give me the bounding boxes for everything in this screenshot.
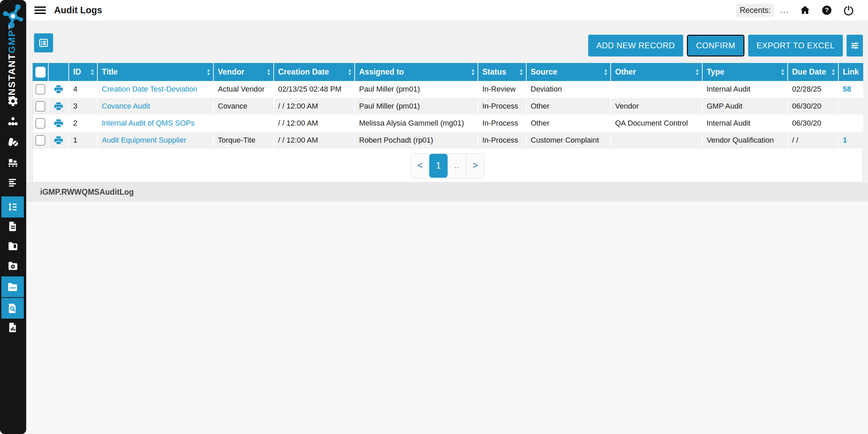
sidebar-item-lines[interactable] [2,172,24,193]
more-pages[interactable]: .. [448,154,466,178]
cell-creation-date: / / 12:00 AM [274,115,355,132]
sidebar-item-audit-logs[interactable] [1,196,24,218]
recents-more[interactable]: ... [780,5,789,15]
table-row: 3Covance AuditCovance/ / 12:00 AMPaul Mi… [33,98,863,115]
record-title-link[interactable]: Covance Audit [102,102,150,110]
sidebar-item-folder-records[interactable] [1,276,24,297]
header-id[interactable]: ID [69,63,98,81]
printer-icon [53,135,64,145]
molecules-icon [7,115,19,128]
cell-source: Customer Complaint [527,132,611,149]
filter-button[interactable] [847,35,863,57]
audit-log-table-panel: ID Title Vendor Creation Date Assigned t… [32,63,863,182]
header-vendor[interactable]: Vendor [214,63,274,81]
row-checkbox-cell [33,115,49,132]
print-button[interactable] [53,84,64,94]
sort-arrows-icon [519,68,523,76]
header-assigned-to[interactable]: Assigned to [355,63,478,81]
sidebar: INSTANTGMP™ [0,0,26,434]
header-source[interactable]: Source [527,63,611,81]
sort-arrows-icon [267,68,271,76]
sort-arrows-icon [604,68,608,76]
sort-arrows-icon [695,68,699,76]
home-icon[interactable] [799,4,811,16]
header-print-cell [49,63,69,81]
printer-icon [53,84,64,94]
record-title-link[interactable]: Creation Date Test-Deviation [102,85,197,93]
record-title-link[interactable]: Audit Equipment Supplier [102,136,186,144]
next-page-button[interactable]: > [466,154,484,178]
cell-source: Other [527,115,611,132]
row-checkbox[interactable] [35,84,45,95]
export-to-excel-button[interactable]: EXPORT TO EXCEL [748,35,843,57]
hamburger-icon[interactable] [34,5,46,15]
toolbar-actions: ADD NEW RECORD CONFIRM EXPORT TO EXCEL [588,35,863,57]
sidebar-item-inventory[interactable] [2,152,24,173]
table-header: ID Title Vendor Creation Date Assigned t… [33,63,863,81]
cell-creation-date: / / 12:00 AM [274,98,355,115]
header-creation-date[interactable]: Creation Date [274,63,355,81]
page-1-button[interactable]: 1 [429,154,448,178]
cell-title: Creation Date Test-Deviation [98,81,214,98]
sidebar-item-doc-chart[interactable] [2,317,24,338]
record-link[interactable]: 1 [843,136,847,144]
print-button[interactable] [53,135,64,145]
sidebar-item-document[interactable] [2,216,24,237]
print-button[interactable] [53,118,64,128]
cell-vendor [214,115,274,132]
sort-arrows-icon [471,68,475,76]
cell-source: Deviation [527,81,611,98]
cell-other: QA Document Control [611,115,703,132]
sidebar-item-pills[interactable] [2,132,24,152]
row-print-cell [49,132,69,149]
confirm-button[interactable]: CONFIRM [687,35,744,57]
prev-page-button[interactable]: < [411,154,429,178]
add-new-record-button[interactable]: ADD NEW RECORD [588,35,683,57]
row-checkbox[interactable] [35,135,45,146]
cell-other: Vendor [611,98,703,115]
cell-status: In-Process [478,98,527,115]
pills-icon [7,136,19,148]
record-title-link[interactable]: Internal Audit of QMS SOPs [102,119,195,127]
cell-title: Internal Audit of QMS SOPs [98,115,214,132]
header-other[interactable]: Other [611,63,703,81]
topbar: Audit Logs Recents: ... ? [26,0,868,20]
sidebar-item-doc-search[interactable] [1,298,24,319]
sidebar-item-folder-gear[interactable] [2,256,24,276]
select-all-checkbox[interactable] [35,67,46,78]
help-icon[interactable]: ? [821,4,833,16]
cell-vendor: Actual Vendor [214,81,274,98]
toolbar: ADD NEW RECORD CONFIRM EXPORT TO EXCEL [26,20,868,57]
header-title[interactable]: Title [98,63,214,81]
row-checkbox[interactable] [35,118,45,129]
cell-id: 4 [69,81,98,98]
sidebar-item-molecules[interactable] [2,111,24,132]
sidebar-item-folder-bookmark[interactable] [2,236,24,256]
row-print-cell [49,81,69,98]
power-icon[interactable] [843,4,854,16]
cell-assigned-to: Paul Miller (pm01) [355,98,478,115]
cell-link: 1 [839,132,863,149]
header-link[interactable]: Link [839,63,863,81]
sidebar-item-settings[interactable] [2,91,24,111]
cell-type: GMP Audit [703,98,788,115]
table-view-button[interactable] [34,33,53,52]
cell-type: Internal Audit [703,115,788,132]
audit-log-table: ID Title Vendor Creation Date Assigned t… [33,63,863,149]
record-link[interactable]: 58 [843,85,851,93]
print-button[interactable] [53,101,64,111]
header-due-date[interactable]: Due Date [788,63,839,81]
printer-icon [53,118,64,128]
recents-button[interactable]: Recents: [736,4,774,17]
header-status[interactable]: Status [478,63,527,81]
row-checkbox[interactable] [35,101,45,112]
folder-dots-icon [6,281,19,293]
sort-arrows-icon [207,68,210,76]
content: Audit Logs Recents: ... ? ADD NEW RECORD… [26,0,868,434]
header-type[interactable]: Type [703,63,788,81]
table-row: 1Audit Equipment SupplierTorque-Tite/ / … [33,132,863,149]
cell-status: In-Process [478,132,527,149]
cell-id: 1 [69,132,98,149]
cell-due-date: 02/28/25 [788,81,839,98]
cell-creation-date: / / 12:00 AM [274,132,355,149]
